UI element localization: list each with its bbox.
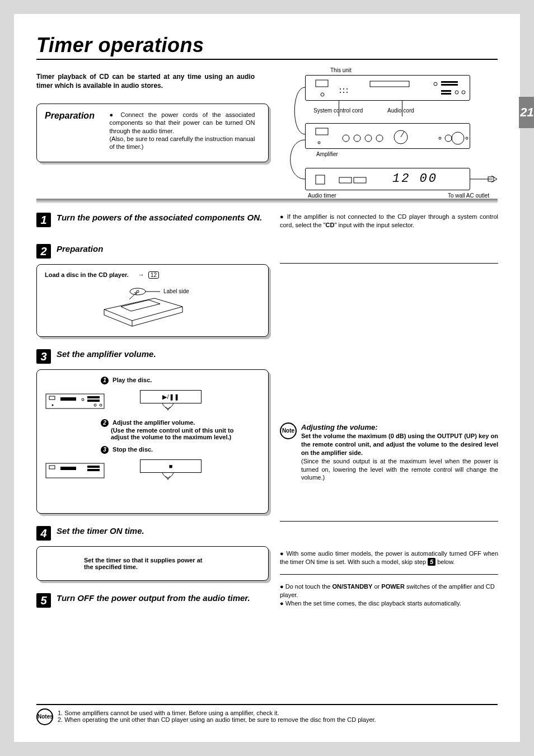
step-5: 5 Turn OFF the power output from the aud… xyxy=(36,593,269,608)
svg-rect-37 xyxy=(49,396,55,400)
svg-point-33 xyxy=(137,290,139,293)
svg-rect-48 xyxy=(87,466,100,468)
substep-1-text: Play the disc. xyxy=(113,377,152,383)
adjust-volume-note: Note Adjusting the volume: Set the volum… xyxy=(280,422,498,482)
title-rule xyxy=(36,59,498,60)
substep-2-num: 2 xyxy=(101,419,109,427)
right-note-5a: ● Do not touch the ON/STANDBY or POWER s… xyxy=(280,583,498,599)
preparation-paren: (Also, be sure to read carefully the ins… xyxy=(109,135,255,151)
step-number-1: 1 xyxy=(36,213,51,227)
adjust-bold: Set the volume the maximum (0 dB) using … xyxy=(301,432,498,457)
footnote-2: 2. When operating the unit other than CD… xyxy=(58,716,376,723)
stop-icon xyxy=(169,463,173,469)
svg-rect-42 xyxy=(87,400,100,402)
step-1-title: Turn the powers of the associated compon… xyxy=(57,213,262,223)
divider xyxy=(280,574,498,575)
divider xyxy=(280,521,498,522)
substep-3-text: Stop the disc. xyxy=(113,446,153,453)
preparation-bullet: Connect the power cords of the associate… xyxy=(109,111,255,135)
diagram-timer-display: 12 00 xyxy=(392,172,438,186)
intro-text: Timer playback of CD can be started at a… xyxy=(36,72,255,90)
substep-2-text: Adjust the amplifier volume. xyxy=(113,419,195,426)
step-2: 2 Preparation xyxy=(36,244,269,259)
step-3-box: 1 Play the disc. 2 Adjust the amplifier … xyxy=(36,369,269,514)
diagram-label-wall: To wall AC outlet xyxy=(448,192,489,199)
svg-point-40 xyxy=(82,398,84,401)
svg-line-35 xyxy=(129,293,137,299)
footnote-1: 1. Some amplifiers cannot be used with a… xyxy=(58,710,376,716)
svg-point-44 xyxy=(100,404,102,406)
svg-point-38 xyxy=(52,405,54,406)
svg-rect-31 xyxy=(354,177,366,183)
step-4-box: Set the timer so that it supplies power … xyxy=(36,546,269,581)
step-1: 1 Turn the powers of the associated comp… xyxy=(36,213,269,227)
right-note-4: ● With some audio timer models, the powe… xyxy=(280,550,498,566)
svg-rect-49 xyxy=(87,469,100,471)
step-5-title: Turn OFF the power output from the audio… xyxy=(57,593,250,603)
svg-rect-47 xyxy=(60,467,76,470)
step-2-box: Load a disc in the CD player. 12 xyxy=(36,264,269,337)
step-2-load: Load a disc in the CD player. xyxy=(45,271,129,278)
right-note-1: ● If the amplifier is not connected to t… xyxy=(280,213,498,229)
notes-icon: Notes xyxy=(36,708,53,725)
step-number-4: 4 xyxy=(36,526,51,541)
svg-point-43 xyxy=(94,404,96,406)
step-number-3: 3 xyxy=(36,349,51,364)
adjust-body: (Since the sound output is at the maximu… xyxy=(301,457,498,482)
substep-3-num: 3 xyxy=(101,446,109,454)
preparation-heading: Preparation xyxy=(45,111,95,121)
svg-rect-41 xyxy=(87,396,100,398)
page-title: Timer operations xyxy=(36,34,498,57)
step-4-title: Set the timer ON time. xyxy=(57,526,144,536)
svg-rect-39 xyxy=(60,397,76,401)
step-2-title: Preparation xyxy=(57,244,103,254)
step-3-title: Set the amplifier volume. xyxy=(57,349,156,359)
svg-rect-46 xyxy=(49,466,55,469)
arrow-icon xyxy=(138,271,144,278)
page-number-tab: 21 xyxy=(519,97,534,128)
svg-point-32 xyxy=(130,288,146,295)
step-3: 3 Set the amplifier volume. xyxy=(36,349,269,364)
step-number-2: 2 xyxy=(36,244,51,259)
remote-stop-button xyxy=(140,459,202,473)
device-drawing-1 xyxy=(45,392,106,413)
step-4: 4 Set the timer ON time. xyxy=(36,526,269,541)
divider xyxy=(280,263,498,264)
device-drawing-2 xyxy=(45,461,106,482)
play-pause-icon xyxy=(162,393,179,401)
connection-diagram: This unit System control cord Audio cord… xyxy=(280,67,501,207)
note-icon: Note xyxy=(280,422,297,439)
svg-rect-30 xyxy=(339,177,352,183)
step-4-body: Set the timer so that it supplies power … xyxy=(84,557,207,570)
step-number-5: 5 xyxy=(36,593,51,608)
svg-rect-29 xyxy=(316,175,325,184)
substep-1-num: 1 xyxy=(101,377,109,384)
diagram-label-audio-timer: Audio timer xyxy=(308,192,336,199)
preparation-section: Preparation Connect the power cords of t… xyxy=(36,104,269,162)
right-note-5b: ● When the set time comes, the disc play… xyxy=(280,599,498,608)
substep-2-text2: (Use the remote control unit of this uni… xyxy=(111,427,246,440)
remote-play-button xyxy=(140,390,202,403)
adjust-heading: Adjusting the volume: xyxy=(301,422,498,433)
section-divider xyxy=(36,199,498,203)
page-ref-12: 12 xyxy=(148,271,159,279)
footnotes: Notes 1. Some amplifiers cannot be used … xyxy=(36,704,498,725)
label-side-text: Label side xyxy=(163,288,189,294)
